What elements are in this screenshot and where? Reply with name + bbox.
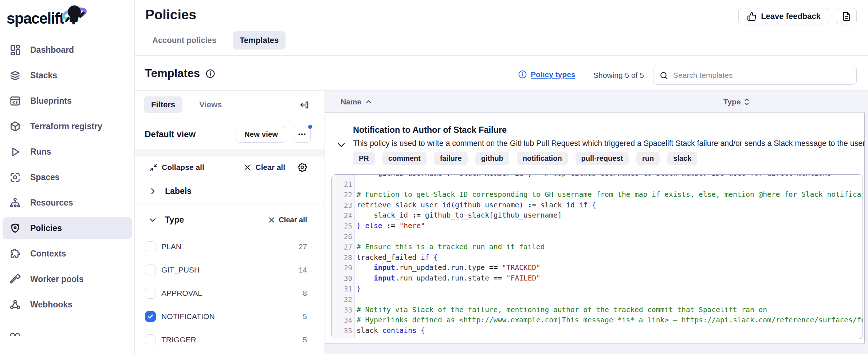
documentation-button[interactable] xyxy=(836,8,857,24)
collapse-panel-icon[interactable] xyxy=(299,100,309,110)
checkbox-unchecked[interactable] xyxy=(145,334,156,345)
line-number: 23 xyxy=(332,200,352,211)
filter-option-trigger[interactable]: TRIGGER5 xyxy=(135,328,325,351)
sort-both-icon xyxy=(744,98,750,106)
tab-filters[interactable]: Filters xyxy=(144,96,182,113)
terraform-registry-icon xyxy=(9,120,21,132)
spacelift-logo[interactable]: spacelift xyxy=(7,5,64,34)
x-icon xyxy=(268,216,275,224)
checkbox-unchecked[interactable] xyxy=(145,288,156,299)
sidebar-nav: DashboardStacksBlueprintsTerraform regis… xyxy=(0,36,134,344)
clear-all-button[interactable]: Clear all xyxy=(243,163,285,172)
info-icon[interactable] xyxy=(205,69,215,79)
info-icon xyxy=(518,70,527,79)
filter-option-count: 5 xyxy=(303,312,307,321)
filter-option-git-push[interactable]: GIT_PUSH14 xyxy=(135,258,325,282)
sidebar-item-webhooks[interactable]: Webhooks xyxy=(3,293,132,316)
showing-count: Showing 5 of 5 xyxy=(593,71,644,80)
sidebar-item-stacks[interactable]: Stacks xyxy=(3,64,132,87)
policy-types-link[interactable]: Policy types xyxy=(518,70,576,79)
policy-template-row[interactable]: Notification to Author of Stack Failure … xyxy=(325,113,865,343)
type-section-header[interactable]: Type Clear all xyxy=(135,204,325,235)
brand-name: spacelift xyxy=(7,10,64,27)
sidebar-item-worker-pools[interactable]: Worker pools xyxy=(3,268,132,290)
sidebar-item-label: Policies xyxy=(30,223,62,233)
sidebar-item-resources[interactable]: Resources xyxy=(3,191,132,214)
templates-heading: Templates xyxy=(145,67,200,80)
tag-comment: comment xyxy=(382,152,427,165)
templates-table: Name Type Notification to Author of Stac… xyxy=(325,91,868,354)
line-number: 31 xyxy=(332,284,352,294)
sidebar-item-runs[interactable]: Runs xyxy=(3,140,132,163)
tag-run: run xyxy=(636,152,660,165)
tab-account-policies[interactable]: Account policies xyxy=(145,31,223,49)
new-view-button[interactable]: New view xyxy=(236,126,286,143)
astronaut-icon xyxy=(60,3,89,32)
gear-icon[interactable] xyxy=(298,163,307,172)
more-options-button[interactable] xyxy=(293,126,311,143)
sidebar-item-contexts[interactable]: Contexts xyxy=(3,242,132,265)
filter-option-label: TRIGGER xyxy=(161,335,196,344)
column-header-type[interactable]: Type xyxy=(723,98,750,106)
sidebar-item-label: Terraform registry xyxy=(30,122,102,131)
checkbox-unchecked[interactable] xyxy=(145,264,156,275)
sidebar-item-terraform-registry[interactable]: Terraform registry xyxy=(3,115,132,138)
type-options-list: PLAN27GIT_PUSH14APPROVAL8NOTIFICATION5TR… xyxy=(135,235,325,351)
spacelift-app: spacelift DashboardStacksBlueprintsTerra… xyxy=(0,0,868,354)
notification-dot xyxy=(307,124,313,130)
sidebar-item-blueprints[interactable]: Blueprints xyxy=(3,90,132,112)
column-header-name[interactable]: Name xyxy=(341,98,372,106)
tag-failure: failure xyxy=(434,152,468,165)
sidebar-item-spaces[interactable]: Spaces xyxy=(3,166,132,188)
filter-option-count: 14 xyxy=(299,266,307,274)
row-expander-chevron-icon[interactable] xyxy=(336,140,346,150)
code-line-35: 35slack contains { xyxy=(332,326,863,336)
filter-option-plan[interactable]: PLAN27 xyxy=(135,235,325,258)
line-number: 21 xyxy=(332,179,352,190)
code-editor[interactable]: "github-username": "slack-member-id", # … xyxy=(331,174,863,339)
blueprints-icon xyxy=(9,95,21,107)
code-line-30: 30 input.run_updated.run.state == "FAILE… xyxy=(332,273,863,284)
sidebar-item-partial[interactable] xyxy=(3,319,132,341)
filter-option-label: APPROVAL xyxy=(161,289,202,298)
tag-slack: slack xyxy=(667,152,697,165)
filter-option-label: GIT_PUSH xyxy=(161,266,200,274)
checkbox-checked[interactable] xyxy=(145,311,156,322)
search-icon xyxy=(659,71,668,80)
line-number: 30 xyxy=(332,273,352,284)
collapse-all-button[interactable]: Collapse all xyxy=(149,163,204,172)
type-clear-all-button[interactable]: Clear all xyxy=(268,216,307,224)
thumbs-up-icon xyxy=(747,12,757,21)
sidebar-item-label: Resources xyxy=(30,198,73,208)
tag-pull-request: pull-request xyxy=(576,152,629,165)
collapse-all-icon xyxy=(149,163,158,172)
policy-description: This policy is used to write a comment o… xyxy=(353,139,867,148)
view-name: Default view xyxy=(145,129,196,139)
filter-option-label: PLAN xyxy=(161,242,181,251)
search-input[interactable] xyxy=(673,71,851,80)
code-line-34: 34# Hyperlinks defined as <http://www.ex… xyxy=(332,315,863,326)
filter-option-notification[interactable]: NOTIFICATION5 xyxy=(135,305,325,328)
tag-notification: notification xyxy=(517,152,568,165)
leave-feedback-button[interactable]: Leave feedback xyxy=(738,8,829,24)
resources-icon xyxy=(9,197,21,209)
sidebar-item-label: Worker pools xyxy=(30,274,84,284)
sidebar-item-label: Spaces xyxy=(30,172,60,182)
line-number: 34 xyxy=(332,315,352,326)
sidebar: spacelift DashboardStacksBlueprintsTerra… xyxy=(0,0,135,354)
code-line-33: 33# Notify via Slack of the failure, men… xyxy=(332,305,863,315)
code-line-26: 26 xyxy=(332,231,863,242)
code-line-32: 32 xyxy=(332,294,863,305)
labels-section-header[interactable]: Labels xyxy=(135,178,325,204)
code-line-28: 28tracked_failed if { xyxy=(332,252,863,263)
line-number: 32 xyxy=(332,294,352,305)
sidebar-item-dashboard[interactable]: Dashboard xyxy=(3,39,132,61)
code-line-27: 27# Ensure this is a tracked run and it … xyxy=(332,242,863,252)
tab-views[interactable]: Views xyxy=(192,96,229,113)
filter-actions: Collapse all Clear all xyxy=(135,156,325,178)
tab-templates[interactable]: Templates xyxy=(233,31,286,49)
sidebar-item-policies[interactable]: Policies xyxy=(3,217,132,239)
checkbox-unchecked[interactable] xyxy=(145,241,156,252)
filter-option-approval[interactable]: APPROVAL8 xyxy=(135,282,325,305)
partial-icon xyxy=(9,324,21,336)
